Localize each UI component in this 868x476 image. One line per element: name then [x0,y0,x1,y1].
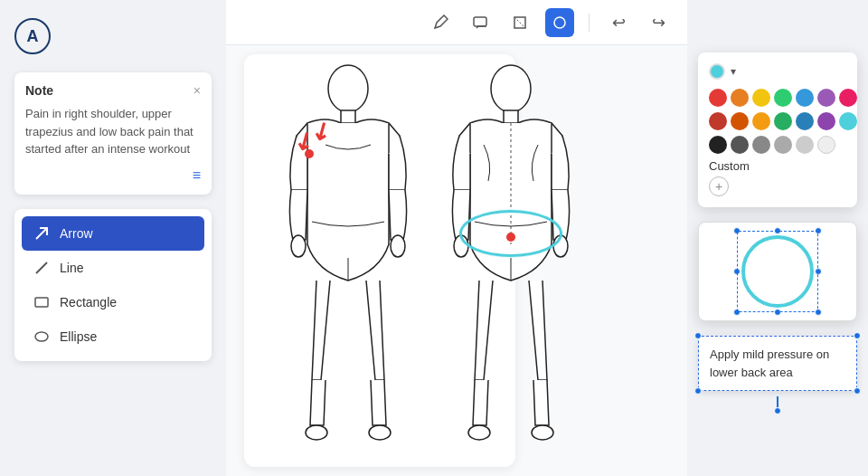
annotation-card[interactable]: Apply mild pressure on lower back area [698,336,857,391]
rectangle-icon [33,293,51,311]
color-swatch-white[interactable] [817,136,835,154]
comment-button[interactable] [466,8,495,37]
undo-button[interactable]: ↩ [604,8,633,37]
canvas-inner: ↙↙ [226,45,687,476]
ann-dot-bl [694,387,702,395]
selection-border [737,231,818,312]
svg-line-6 [514,17,525,28]
right-panel: ▾ [687,0,868,476]
tool-arrow[interactable]: Arrow [22,216,204,251]
color-grid-row1 [709,89,846,107]
tool-rectangle-label: Rectangle [60,295,117,309]
svg-rect-9 [341,110,355,123]
note-card: Note × Pain in right shoulder, upper tra… [14,72,212,195]
color-preview-dot [709,63,725,80]
svg-point-3 [35,332,48,341]
color-grid-row2 [709,112,846,130]
canvas-body[interactable]: ↙↙ [226,45,687,476]
add-color-button[interactable]: + [709,176,729,196]
annotation-container: Apply mild pressure on lower back area [698,336,857,391]
color-swatch-gray[interactable] [752,136,770,154]
svg-point-14 [491,65,531,112]
front-body-svg [280,63,416,462]
svg-point-19 [468,425,490,440]
note-footer: ≡ [25,167,201,184]
color-swatch-red[interactable] [709,89,727,107]
svg-point-18 [553,235,568,257]
shape-preview-card [698,222,857,321]
color-swatch-purple[interactable] [817,89,835,107]
tool-rectangle[interactable]: Rectangle [22,285,204,319]
redo-button[interactable]: ↪ [644,8,673,37]
ellipse-icon [33,328,51,346]
svg-line-0 [36,228,47,239]
svg-point-7 [554,17,565,28]
svg-rect-2 [35,298,48,307]
svg-point-8 [328,65,368,112]
toolbar-divider [589,14,590,32]
note-close-button[interactable]: × [193,84,201,97]
color-swatch-darkorange[interactable] [731,112,749,130]
annotation-text: Apply mild pressure on lower back area [710,347,829,379]
svg-point-13 [369,425,391,440]
ann-dot-br [854,387,861,395]
ann-dot-bc [774,407,781,414]
tool-line-label: Line [60,261,83,275]
color-dropdown-arrow[interactable]: ▾ [731,65,736,78]
logo: A [14,18,51,54]
svg-point-20 [532,425,553,440]
color-swatch-lighter[interactable] [796,136,814,154]
color-picker-popup: ▾ [698,52,857,207]
color-swatch-gold[interactable] [752,112,770,130]
svg-point-17 [454,235,468,257]
logo-area: A [14,14,212,58]
left-panel: A Note × Pain in right shoulder, upper t… [0,0,226,476]
color-swatch-orange[interactable] [731,89,749,107]
note-title: Note [25,83,53,98]
color-swatch-darkblue[interactable] [796,112,814,130]
custom-label: Custom [709,159,846,173]
canvas-area: ↩ ↪ [226,0,687,476]
note-header: Note × [25,83,201,98]
tool-ellipse[interactable]: Ellipse [22,319,204,354]
svg-rect-4 [474,17,486,26]
svg-line-1 [36,262,47,273]
back-figure [443,63,579,462]
pain-dot-back [506,233,515,242]
svg-point-11 [391,235,405,257]
crop-button[interactable] [505,8,534,37]
color-swatch-darkgray[interactable] [731,136,749,154]
tool-panel: Arrow Line Rectangle [14,209,212,361]
color-swatch-black[interactable] [709,136,727,154]
color-swatch-pink[interactable] [839,89,857,107]
color-swatch-blue[interactable] [796,89,814,107]
svg-rect-15 [504,110,518,123]
color-grid-row3 [709,136,846,154]
line-icon [33,259,51,277]
pen-tool-button[interactable] [426,8,455,37]
svg-point-12 [306,425,327,440]
color-swatch-yellow[interactable] [752,89,770,107]
tool-line[interactable]: Line [22,251,204,285]
color-picker-header: ▾ [709,63,846,80]
back-body-svg [443,63,579,462]
color-swatch-darkred[interactable] [709,112,727,130]
canvas-white-box: ↙↙ [244,54,515,467]
tool-arrow-label: Arrow [60,226,93,241]
note-menu-icon[interactable]: ≡ [193,167,201,184]
color-swatch-green[interactable] [774,89,792,107]
shape-button[interactable] [545,8,574,37]
color-swatch-darkgreen[interactable] [774,112,792,130]
front-figure: ↙↙ [280,63,416,462]
tool-ellipse-label: Ellipse [60,329,97,344]
ann-dot-tl [694,332,702,339]
color-swatch-lightgray[interactable] [774,136,792,154]
color-swatch-teal[interactable] [839,112,857,130]
svg-point-10 [291,235,306,257]
color-swatch-darkpurple[interactable] [817,112,835,130]
arrow-icon [33,224,51,243]
ann-dot-tr [854,332,861,339]
toolbar: ↩ ↪ [226,0,687,45]
note-text: Pain in right shoulder, upper trapezius … [25,105,201,158]
